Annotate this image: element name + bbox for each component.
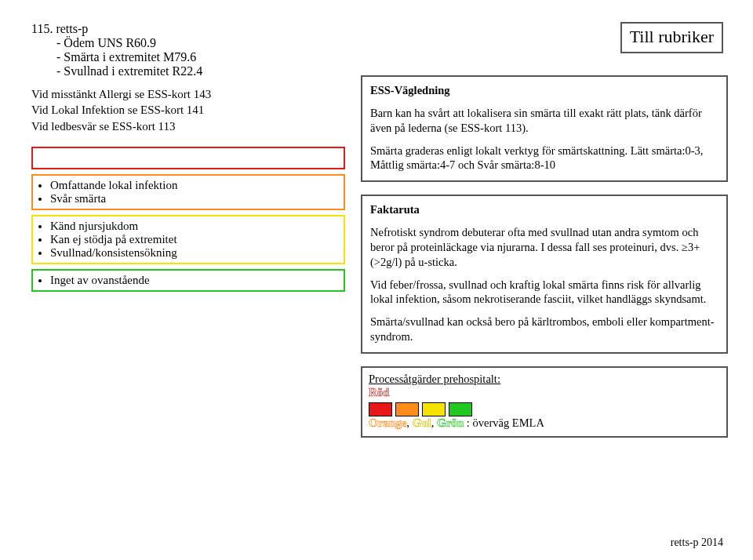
right-column: Till rubriker ESS-Vägledning Barn kan ha… [361, 22, 728, 438]
triage-yellow-item: Känd njursjukdom [50, 220, 337, 233]
swatch-yellow-icon [422, 402, 446, 416]
title-line-4: - Svullnad i extremitet R22.4 [31, 64, 345, 78]
fakta-paragraph: Vid feber/frossa, svullnad och kraftig l… [370, 278, 718, 307]
triage-red-box [31, 147, 345, 169]
triage-yellow-box: Känd njursjukdom Kan ej stödja på extrem… [31, 215, 345, 264]
swatch-red-icon [369, 402, 392, 416]
process-red-label: Röd [369, 386, 390, 398]
title-line-3: - Smärta i extremitet M79.6 [31, 50, 345, 64]
document-title: 115. retts-p - Ödem UNS R60.9 - Smärta i… [31, 22, 345, 78]
left-column: 115. retts-p - Ödem UNS R60.9 - Smärta i… [31, 22, 345, 438]
ess-paragraph: Barn kan ha svårt att lokalisera sin smä… [370, 106, 718, 136]
cross-references: Vid misstänkt Allergi se ESS-kort 143 Vi… [31, 86, 345, 134]
process-box: Processåtgärder prehospitalt: Röd Orange… [361, 366, 728, 438]
process-orange-label: Orange [369, 416, 406, 429]
triage-boxes: Omfattande lokal infektion Svår smärta K… [31, 147, 345, 292]
fact-box: Faktaruta Nefrotiskt syndrom debuterar o… [361, 195, 728, 354]
triage-orange-item: Svår smärta [50, 192, 337, 205]
process-title: Processåtgärder prehospitalt: [369, 373, 500, 385]
title-line-2: - Ödem UNS R60.9 [31, 36, 345, 50]
ess-paragraph: Smärta graderas enligt lokalt verktyg fö… [370, 144, 718, 173]
footer-text: retts-p 2014 [671, 536, 723, 549]
process-green-label: Grön [437, 416, 464, 429]
ref-infektion: Vid Lokal Infektion se ESS-kort 141 [31, 102, 345, 118]
fakta-paragraph: Smärta/svullnad kan också bero på kärltr… [370, 315, 718, 344]
ess-guidance-box: ESS-Vägledning Barn kan ha svårt att lok… [361, 75, 728, 182]
triage-yellow-item: Kan ej stödja på extremitet [50, 233, 337, 246]
fakta-title: Faktaruta [370, 202, 718, 217]
ref-ledbesvar: Vid ledbesvär se ESS-kort 113 [31, 118, 345, 134]
swatch-orange-icon [395, 402, 419, 416]
process-rest: : överväg EMLA [467, 416, 544, 429]
swatch-green-icon [449, 402, 472, 416]
process-yellow-label: Gul [413, 416, 431, 429]
triage-green-item: Inget av ovanstående [50, 274, 337, 287]
triage-yellow-item: Svullnad/konsistensökning [50, 246, 337, 260]
columns: 115. retts-p - Ödem UNS R60.9 - Smärta i… [31, 22, 728, 438]
triage-green-box: Inget av ovanstående [31, 269, 345, 292]
ref-allergi: Vid misstänkt Allergi se ESS-kort 143 [31, 86, 345, 102]
header-link-label: Till rubriker [630, 27, 714, 46]
page: 115. retts-p - Ödem UNS R60.9 - Smärta i… [0, 0, 753, 560]
title-line-1: 115. retts-p [31, 22, 345, 36]
process-legend [369, 402, 720, 416]
triage-orange-box: Omfattande lokal infektion Svår smärta [31, 174, 345, 210]
ess-title: ESS-Vägledning [370, 83, 718, 98]
triage-orange-item: Omfattande lokal infektion [50, 179, 337, 192]
header-link[interactable]: Till rubriker [620, 22, 723, 53]
fakta-paragraph: Nefrotiskt syndrom debuterar ofta med sv… [370, 225, 718, 270]
